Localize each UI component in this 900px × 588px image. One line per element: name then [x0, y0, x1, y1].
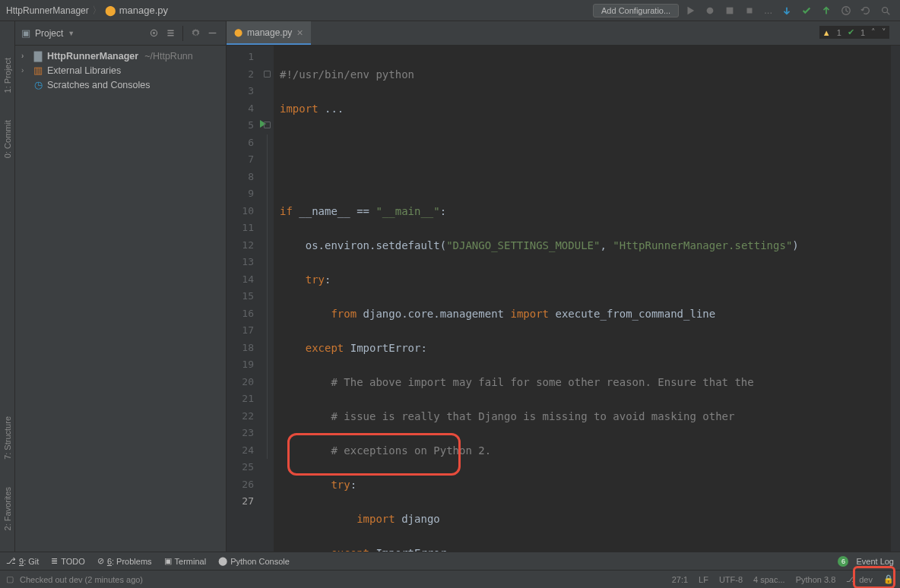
debug-icon[interactable]	[702, 2, 718, 19]
terminal-label: Terminal	[175, 557, 207, 566]
branch-name: dev	[859, 575, 873, 584]
event-log-label: Event Log	[856, 557, 894, 566]
editor-area: ⬤ manage.py × ▲ 1 ✔ 1 ˄ ˅ 1 2 3 4	[227, 21, 900, 552]
gutter-line: 15	[227, 288, 254, 305]
rollback-icon[interactable]	[857, 2, 874, 19]
tree-item-label: HttpRunnerManager	[47, 51, 138, 62]
project-panel: ▣ Project ▼ › ▇ HttpRunnerManager ~	[15, 21, 227, 552]
event-log-button[interactable]: Event Log	[856, 557, 894, 566]
gutter-line: 17	[227, 322, 254, 340]
chevron-right-icon: 〉	[92, 4, 102, 17]
lock-icon[interactable]: 🔒	[883, 574, 894, 584]
list-icon: ≣	[51, 556, 58, 566]
warning-icon: ▲	[822, 28, 831, 37]
tree-scratches[interactable]: ◷ Scratches and Consoles	[15, 77, 226, 92]
tab-label: manage.py	[247, 27, 292, 38]
favorites-tool-label[interactable]: 2: Favorites	[3, 481, 12, 536]
encoding[interactable]: UTF-8	[719, 575, 743, 584]
event-count-badge: 6	[838, 556, 848, 567]
git-tool-button[interactable]: ⎇9: Git	[6, 556, 39, 566]
check-icon: ✔	[848, 27, 854, 37]
todo-tool-button[interactable]: ≣TODO	[51, 556, 85, 566]
status-message[interactable]: Checked out dev (2 minutes ago)	[20, 575, 143, 584]
update-project-icon[interactable]	[778, 2, 795, 19]
gutter-line: 27	[227, 493, 254, 511]
commit-icon[interactable]	[798, 2, 815, 19]
settings-icon[interactable]	[188, 26, 203, 41]
gutter-line: 3	[227, 83, 254, 100]
status-icon[interactable]: ▢	[6, 574, 14, 584]
gutter-line: 12	[227, 237, 254, 254]
chevron-down-icon: ▼	[68, 30, 74, 37]
problems-tool-button[interactable]: ⊘6: Problems	[97, 556, 152, 566]
warning-icon: ⊘	[97, 556, 104, 566]
code-area[interactable]: #!/usr/bin/env python import ... if __na…	[274, 46, 891, 552]
folder-icon: ▇	[32, 50, 44, 62]
python-file-icon: ⬤	[234, 28, 242, 36]
chevron-down-icon[interactable]: ˅	[882, 27, 886, 37]
library-icon: ▥	[32, 65, 44, 76]
breadcrumb-file-label: manage.py	[119, 5, 168, 16]
gutter-line: 5	[227, 117, 254, 134]
svg-point-4	[883, 7, 888, 12]
todo-label: TODO	[61, 557, 85, 566]
fold-column[interactable]	[263, 46, 274, 552]
select-opened-file-icon[interactable]	[146, 26, 161, 41]
fold-icon[interactable]	[264, 71, 271, 77]
inspection-widget[interactable]: ▲ 1 ✔ 1 ˄ ˅	[819, 26, 889, 39]
history-icon[interactable]	[838, 2, 854, 19]
gutter-line: 25	[227, 459, 254, 476]
scratch-icon: ◷	[32, 79, 44, 90]
project-view-selector[interactable]: ▣ Project ▼	[21, 27, 74, 39]
line-gutter[interactable]: 1 2 3 4 5 6 7 8 9 10 11 12 13 14 15 16 1	[227, 46, 263, 552]
tree-external-libs[interactable]: › ▥ External Libraries	[15, 63, 226, 77]
tree-root[interactable]: › ▇ HttpRunnerManager ~/HttpRunn	[15, 49, 226, 63]
git-branch-widget[interactable]: ⎇dev	[846, 574, 873, 584]
cursor-position[interactable]: 27:1	[672, 575, 688, 584]
expand-all-icon[interactable]	[163, 26, 178, 41]
gutter-line: 6	[227, 134, 254, 152]
indent[interactable]: 4 spac...	[753, 575, 785, 584]
push-icon[interactable]	[818, 2, 835, 19]
left-tool-rail: 1: Project 0: Commit 7: Structure 2: Fav…	[0, 21, 15, 552]
interpreter[interactable]: Python 3.8	[796, 575, 836, 584]
breadcrumb-file[interactable]: ⬤ manage.py	[105, 5, 168, 16]
commit-tool-label[interactable]: 0: Commit	[3, 114, 12, 164]
tab-manage-py[interactable]: ⬤ manage.py ×	[227, 21, 311, 45]
add-configuration-button[interactable]: Add Configuratio...	[593, 4, 679, 17]
chevron-right-icon: ›	[21, 52, 29, 60]
chevron-right-icon: ›	[21, 66, 29, 74]
gutter-line: 14	[227, 271, 254, 289]
console-label: Python Console	[230, 557, 290, 566]
project-tree[interactable]: › ▇ HttpRunnerManager ~/HttpRunn › ▥ Ext…	[15, 46, 226, 95]
project-icon: ▣	[21, 27, 30, 39]
terminal-tool-button[interactable]: ▣Terminal	[164, 556, 207, 566]
gutter-line: 22	[227, 408, 254, 425]
breadcrumb: HttpRunnerManager 〉 ⬤ manage.py	[6, 4, 168, 17]
tree-item-label: Scratches and Consoles	[47, 80, 151, 90]
search-icon[interactable]	[877, 2, 894, 19]
close-icon[interactable]: ×	[296, 27, 303, 39]
hide-panel-icon[interactable]	[204, 26, 220, 41]
editor-body[interactable]: 1 2 3 4 5 6 7 8 9 10 11 12 13 14 15 16 1	[227, 46, 900, 552]
coverage-icon[interactable]	[721, 2, 738, 19]
gutter-line: 2	[227, 66, 254, 84]
branch-icon: ⎇	[6, 556, 16, 566]
python-console-button[interactable]: ⬤Python Console	[218, 556, 290, 566]
fold-icon[interactable]	[264, 122, 271, 128]
more-icon[interactable]: ...	[761, 5, 775, 16]
gutter-line: 11	[227, 220, 254, 237]
gutter-line: 10	[227, 203, 254, 220]
line-separator[interactable]: LF	[699, 575, 708, 584]
chevron-up-icon[interactable]: ˄	[871, 27, 876, 37]
project-tool-label[interactable]: 1: Project	[3, 52, 12, 99]
structure-tool-label[interactable]: 7: Structure	[3, 410, 12, 466]
status-bar: ▢ Checked out dev (2 minutes ago) 27:1 L…	[0, 570, 900, 588]
stop-icon[interactable]	[741, 2, 758, 19]
editor-marker-strip[interactable]	[891, 46, 900, 552]
svg-rect-2	[747, 8, 753, 13]
branch-icon: ⎇	[846, 574, 856, 584]
titlebar: HttpRunnerManager 〉 ⬤ manage.py Add Conf…	[0, 0, 900, 21]
run-icon[interactable]	[682, 2, 699, 19]
breadcrumb-project[interactable]: HttpRunnerManager	[6, 5, 89, 16]
